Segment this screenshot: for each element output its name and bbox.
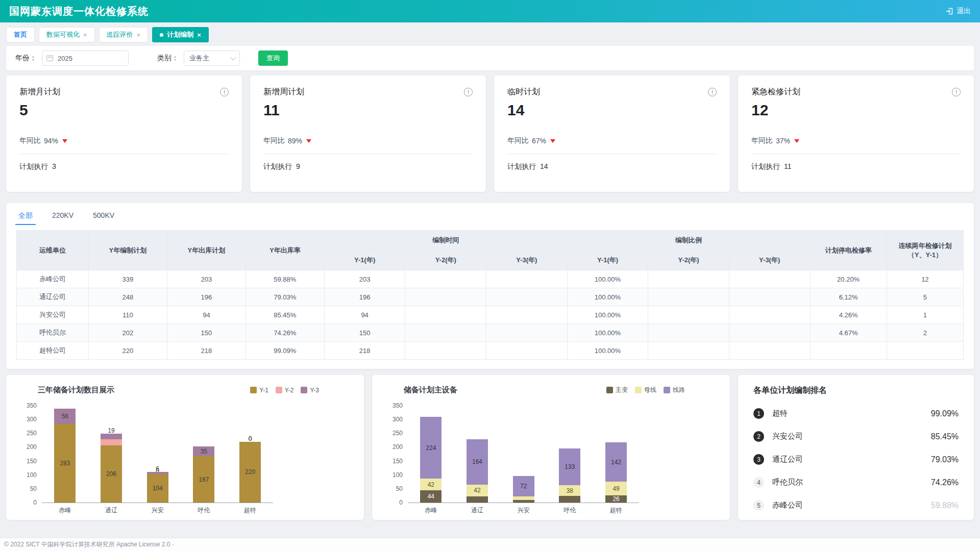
bar-通辽: 2342164	[467, 439, 488, 503]
legend-swatch	[301, 387, 307, 393]
value-cell: 59.88%	[246, 270, 324, 288]
value-cell	[729, 342, 810, 360]
bar-segment-线路: 72	[513, 476, 534, 496]
close-icon[interactable]: ×	[137, 32, 141, 38]
table-tab-220KV[interactable]: 220KV	[52, 211, 74, 225]
x-axis-label: 呼伦	[198, 506, 210, 515]
value-cell	[648, 306, 729, 324]
stat-card-head: 紧急检修计划!	[751, 87, 961, 97]
y-axis-tick: 50	[384, 485, 403, 492]
stat-card-紧急检修计划: 紧急检修计划!12年同比37%计划执行11	[738, 76, 974, 192]
y-axis-tick: 200	[18, 443, 37, 450]
bar-segment-线路: 224	[420, 417, 442, 479]
rank-name: 通辽公司	[772, 455, 931, 464]
legend-label: Y-1	[259, 387, 268, 394]
bar-赤峰: 283056	[54, 409, 76, 503]
year-input-wrap	[42, 51, 129, 66]
info-icon[interactable]: !	[464, 88, 473, 96]
bar-value-label: 0	[249, 435, 252, 442]
y-axis-tick: 0	[384, 499, 403, 506]
column-header: Y-3(年)	[729, 251, 810, 270]
unit-cell: 呼伦贝尔	[17, 324, 89, 342]
bar-value-label: 142	[611, 459, 621, 466]
category-select[interactable]: 业务主	[184, 51, 240, 66]
stat-yoy-row: 年同比37%	[751, 136, 961, 145]
bar-segment-母线: 42	[467, 485, 488, 496]
search-button[interactable]: 查询	[258, 51, 288, 66]
bar-value-label: 38	[567, 487, 573, 494]
ranking-title: 各单位计划编制排名	[753, 385, 959, 396]
chart-reserve-plans: 三年储备计划数目展示 Y-1Y-2Y-3 0501001502002503003…	[6, 375, 364, 520]
table-tab-全部[interactable]: 全部	[18, 211, 33, 225]
value-cell	[486, 270, 568, 288]
plan-exec-row: 计划执行11	[751, 162, 961, 171]
nav-tab-数据可视化[interactable]: 数据可视化×	[39, 27, 95, 42]
column-header: Y-1(年)	[324, 251, 405, 270]
bar-segment-Y-1: 283	[54, 424, 76, 503]
close-icon[interactable]: ×	[197, 32, 201, 38]
exec-value: 3	[52, 162, 56, 170]
bar-value-label: 206	[106, 470, 116, 478]
exec-label: 计划执行	[507, 162, 536, 170]
table-tab-500KV[interactable]: 500KV	[93, 211, 114, 225]
yoy-value: 67%	[532, 137, 546, 145]
stat-card-title: 新增周计划	[263, 87, 304, 97]
legend-label: 主变	[616, 386, 628, 394]
y-axis-tick: 100	[384, 471, 403, 479]
value-cell	[405, 342, 486, 360]
info-icon[interactable]: !	[708, 88, 717, 96]
value-cell	[648, 270, 729, 288]
bar-value-label: 220	[245, 468, 255, 475]
exec-label: 计划执行	[263, 162, 292, 170]
legend-item-主变[interactable]: 主变	[606, 386, 628, 394]
footer-text: © 2022 SICT 中国科学院计算技术研究所 Apache License …	[4, 540, 174, 549]
info-icon[interactable]: !	[220, 88, 229, 96]
value-cell: 12	[887, 270, 963, 288]
legend-item-线路[interactable]: 线路	[664, 386, 685, 394]
chart-title: 三年储备计划数目展示	[38, 385, 114, 395]
nav-tab-追踪评价[interactable]: 追踪评价×	[99, 27, 149, 42]
logout-button[interactable]: 退出	[945, 7, 971, 16]
y-axis-tick: 300	[384, 416, 403, 423]
value-cell: 196	[324, 288, 405, 306]
y-axis-tick: 0	[18, 499, 37, 506]
value-cell: 218	[324, 342, 405, 360]
legend-item-Y-2[interactable]: Y-2	[276, 387, 294, 394]
trend-down-icon	[62, 139, 67, 143]
yoy-value: 37%	[776, 137, 790, 145]
bar-segment-线路: 133	[559, 448, 580, 485]
y-axis-tick: 350	[18, 402, 37, 409]
value-cell: 150	[324, 324, 405, 342]
nav-tab-首页[interactable]: 首页	[6, 27, 35, 42]
value-cell: 5	[887, 288, 963, 306]
ranking-item: 3通辽公司79.03%	[753, 454, 959, 465]
value-cell: 203	[324, 270, 405, 288]
bar-segment-线路: 164	[467, 439, 488, 485]
y-axis-tick: 50	[18, 485, 37, 492]
stat-cards-row: 新增月计划!5年同比94%计划执行3新增周计划!11年同比89%计划执行9临时计…	[6, 76, 974, 192]
chevron-down-icon	[230, 55, 236, 60]
column-header: Y年编制计划	[88, 231, 167, 270]
column-header: 运维单位	[17, 231, 89, 270]
column-header: Y-2(年)	[648, 251, 729, 270]
plan-exec-row: 计划执行9	[263, 162, 473, 171]
bar-segment-主变: 26	[605, 495, 627, 503]
bar-segment-母线: 38	[559, 485, 580, 496]
value-cell: 79.03%	[246, 288, 324, 306]
close-icon[interactable]: ×	[83, 32, 87, 38]
year-input[interactable]	[42, 51, 129, 66]
column-header: Y-3(年)	[486, 251, 568, 270]
legend-label: Y-3	[310, 387, 319, 394]
bar-segment-主变: 10	[513, 500, 534, 503]
legend-item-Y-3[interactable]: Y-3	[301, 387, 319, 394]
value-cell: 100.00%	[567, 324, 648, 342]
nav-tab-计划编制[interactable]: 计划编制×	[152, 27, 209, 42]
table-tabs: 全部220KV500KV	[16, 210, 964, 225]
active-dot-icon	[160, 33, 163, 37]
stat-card-临时计划: 临时计划!14年同比67%计划执行14	[494, 76, 730, 192]
legend-item-Y-1[interactable]: Y-1	[250, 387, 268, 394]
table-row: 呼伦贝尔20215074.26%150100.00%4.67%2	[17, 324, 964, 342]
legend-item-母线[interactable]: 母线	[635, 386, 656, 394]
bar-value-label: 167	[199, 476, 209, 483]
info-icon[interactable]: !	[952, 88, 961, 96]
